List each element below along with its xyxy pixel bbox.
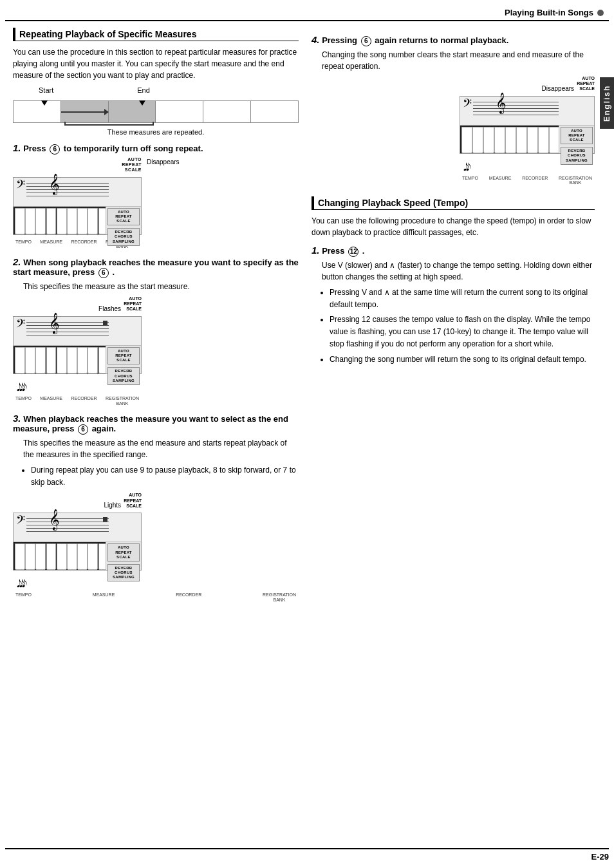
- step4-diagram: Disappears AUTOREPEATSCALE 𝄢 𝄞: [312, 76, 595, 187]
- step1-kbd-display: 𝄢 𝄞 AUTOREPEATSCALE: [13, 177, 142, 235]
- light-indicator-1: [103, 517, 107, 522]
- treble-clef-4: 𝄞: [496, 94, 507, 112]
- disappears-label-1: Disappears: [147, 158, 180, 165]
- step3-bullets: During repeat play you can use 9 to paus…: [31, 464, 299, 489]
- step3-bottom-labels: TEMPO MEASURE RECORDER REGISTRATIONBANK: [13, 592, 299, 603]
- svg-text:𝅘𝅥𝅮 𝅘𝅥𝅮 𝅘𝅥𝅮: 𝅘𝅥𝅮 𝅘𝅥𝅮 𝅘𝅥𝅮: [17, 578, 27, 589]
- step2-kbd-display: 𝄢 𝄞 AUTOREPEATSCALE: [13, 316, 142, 374]
- step3-circle8: 8: [213, 466, 218, 475]
- treble-clef-2: 𝄞: [49, 314, 60, 332]
- auto-repeat-scale-btn: AUTOREPEATSCALE: [107, 208, 140, 226]
- step1-diagram: AUTO REPEAT SCALE: [13, 157, 299, 250]
- disappears-label-2: Disappears: [542, 85, 575, 92]
- step1-heading: 1. Press 6 to temporarily turn off song …: [13, 142, 299, 155]
- sidebar-english-label: English: [600, 77, 614, 129]
- section2-bullet3: Changing the song number will return the…: [330, 354, 595, 366]
- step4-ars-btn: AUTOREPEATSCALE: [561, 127, 593, 145]
- left-column: Repeating Playback of Specific Measures …: [13, 28, 299, 609]
- step3-kbd-display: 𝄢 𝄞 AUTOREPEATSCALE REVERBCHORUSSAMPLING: [13, 513, 142, 571]
- reverb-chorus-sampling-btn: REVERBCHORUSSAMPLING: [107, 228, 140, 246]
- step1-circle: 6: [50, 144, 60, 155]
- step3-circle: 6: [78, 424, 88, 435]
- header-dot: [597, 10, 604, 16]
- step4-kbd-display: 𝄢 𝄞 AUTOREPEATSCALE REVERBCHORUSSAMPLING: [460, 96, 595, 154]
- music-notation-3: 𝅘𝅥𝅮 𝅘𝅥𝅮: [462, 158, 526, 174]
- flash-indicator: [103, 321, 107, 325]
- bass-clef-3: 𝄢: [16, 514, 25, 529]
- end-arrow: [139, 100, 145, 106]
- step3-heading: 3. When playback reaches the measure you…: [13, 413, 299, 435]
- treble-clef-1: 𝄞: [49, 175, 60, 193]
- header-title: Playing Built-in Songs: [505, 8, 593, 17]
- repeated-label: These measures are repeated.: [13, 128, 299, 136]
- section2-heading: Changing Playback Speed (Tempo): [312, 196, 595, 210]
- treble-clef-3: 𝄞: [49, 511, 60, 529]
- lights-label: Lights: [104, 502, 121, 509]
- bass-clef-1: 𝄢: [16, 179, 25, 193]
- step3-rcs-btn: REVERBCHORUSSAMPLING: [107, 564, 140, 582]
- step3-body: This specifies the measure as the end me…: [23, 437, 299, 460]
- music-notation-1: 𝅘𝅥𝅮 𝅘𝅥𝅮 𝅘𝅥𝅮: [15, 378, 93, 394]
- section2-intro: You can use the following procedure to c…: [312, 215, 595, 238]
- music-notation-2: 𝅘𝅥𝅮 𝅘𝅥𝅮 𝅘𝅥𝅮: [15, 574, 93, 590]
- step2-circle: 6: [98, 268, 109, 278]
- step2-ars-btn: AUTOREPEATSCALE: [107, 347, 140, 365]
- page-footer: E-29: [5, 848, 609, 862]
- main-content: Repeating Playback of Specific Measures …: [0, 21, 614, 615]
- bass-clef-2: 𝄢: [16, 318, 25, 332]
- svg-text:𝅘𝅥𝅮 𝅘𝅥𝅮 𝅘𝅥𝅮: 𝅘𝅥𝅮 𝅘𝅥𝅮 𝅘𝅥𝅮: [17, 382, 27, 393]
- step4-heading: 4. Pressing 6 again returns to normal pl…: [312, 34, 595, 46]
- auto-repeat-scale-label1: AUTO: [122, 157, 142, 162]
- measures-diagram: Start End: [13, 86, 299, 136]
- right-column: 4. Pressing 6 again returns to normal pl…: [312, 28, 595, 609]
- step4-circle: 6: [361, 36, 371, 46]
- step2-diagram: Flashes AUTOREPEATSCALE: [13, 296, 299, 407]
- section2-step1-body: Use V (slower) and ∧ (faster) to change …: [322, 259, 595, 283]
- start-arrow: [41, 100, 48, 106]
- step4-body: Changing the song number clears the star…: [322, 49, 595, 72]
- flashes-label: Flashes: [98, 305, 121, 312]
- step3-bullet1: During repeat play you can use: [31, 466, 140, 475]
- section2-b2-circle12: 12: [362, 315, 370, 324]
- page-header: Playing Built-in Songs: [5, 5, 609, 21]
- step3-ars-btn: AUTOREPEATSCALE: [107, 543, 140, 561]
- section2-bullet1: Pressing V and ∧ at the same time will r…: [330, 287, 595, 311]
- page-number: E-29: [591, 852, 609, 862]
- section2-step1-heading: 1. Press 12 .: [312, 245, 595, 257]
- section2-b2-circle17: 17: [433, 327, 441, 336]
- step2-heading: 2. When song playback reaches the measur…: [13, 256, 299, 278]
- end-label: End: [137, 86, 150, 94]
- section2-circle12: 12: [348, 247, 358, 257]
- step2-rcs-btn: REVERBCHORUSSAMPLING: [107, 367, 140, 385]
- section2-bullet2: Pressing 12 causes the tempo value to fl…: [330, 314, 595, 351]
- start-label: Start: [39, 86, 53, 94]
- step4-rcs-btn: REVERBCHORUSSAMPLING: [561, 147, 593, 165]
- step2-body: This specifies the measure as the start …: [23, 281, 299, 292]
- step3-diagram: Lights AUTOREPEATSCALE 𝄢 𝄞: [13, 493, 299, 603]
- left-intro-text: You can use the procedure in this sectio…: [13, 46, 299, 81]
- svg-text:𝅘𝅥𝅮 𝅘𝅥𝅮: 𝅘𝅥𝅮 𝅘𝅥𝅮: [463, 162, 471, 173]
- bass-clef-4: 𝄢: [463, 98, 472, 112]
- step3-circle7: 7: [283, 466, 288, 475]
- step1-num: 1.: [13, 142, 21, 153]
- section2-bullets: Pressing V and ∧ at the same time will r…: [330, 287, 595, 366]
- step3-circle9: 9: [140, 466, 144, 475]
- step2-bottom-labels: TEMPO MEASURE RECORDER REGISTRATIONBANK: [13, 395, 142, 406]
- left-section-heading: Repeating Playback of Specific Measures: [13, 28, 299, 41]
- step4-bottom-labels: TEMPO MEASURE RECORDER REGISTRATIONBANK: [460, 175, 595, 186]
